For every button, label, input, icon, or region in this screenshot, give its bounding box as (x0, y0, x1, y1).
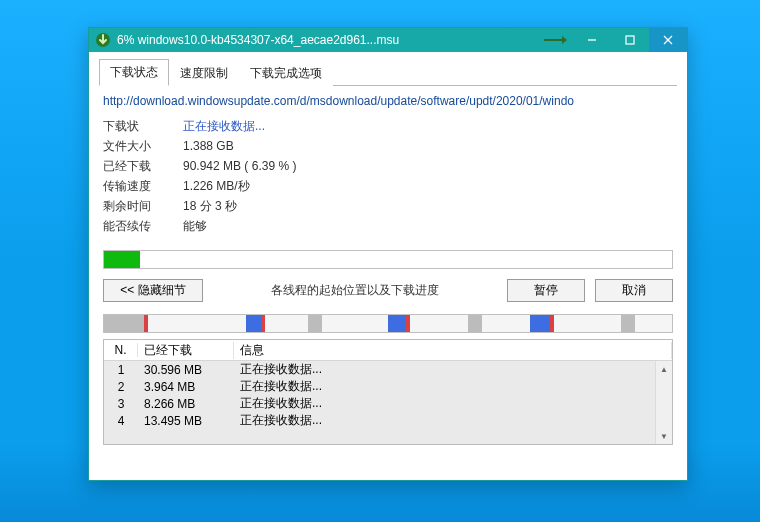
remain-label: 剩余时间 (103, 196, 183, 216)
segment (530, 315, 550, 332)
close-button[interactable] (649, 28, 687, 52)
tab-completion-options[interactable]: 下载完成选项 (239, 60, 333, 86)
thread-caption: 各线程的起始位置以及下载进度 (203, 282, 507, 299)
status-label: 下载状 (103, 116, 183, 136)
button-row: << 隐藏细节 各线程的起始位置以及下载进度 暂停 取消 (103, 279, 673, 302)
download-window: 6% windows10.0-kb4534307-x64_aecae2d961.… (88, 27, 688, 481)
hide-details-button[interactable]: << 隐藏细节 (103, 279, 203, 302)
segment (468, 315, 483, 332)
table-row[interactable]: 23.964 MB正在接收数据... (104, 378, 672, 395)
threads-table: N. 已经下载 信息 130.596 MB正在接收数据...23.964 MB正… (103, 339, 673, 445)
segment (550, 315, 554, 332)
info-table: 下载状正在接收数据... 文件大小1.388 GB 已经下载90.942 MB … (103, 116, 673, 236)
desktop: 6% windows10.0-kb4534307-x64_aecae2d961.… (0, 0, 760, 522)
progress-fill (104, 251, 140, 268)
segment (104, 315, 144, 332)
scroll-up-icon[interactable]: ▲ (656, 361, 672, 377)
segment (621, 315, 635, 332)
size-label: 文件大小 (103, 136, 183, 156)
cell-info: 正在接收数据... (234, 378, 672, 395)
col-header-n[interactable]: N. (104, 343, 138, 357)
table-row[interactable]: 38.266 MB正在接收数据... (104, 395, 672, 412)
table-row[interactable]: 413.495 MB正在接收数据... (104, 412, 672, 429)
tab-speed-limit[interactable]: 速度限制 (169, 60, 239, 86)
table-row[interactable]: 130.596 MB正在接收数据... (104, 361, 672, 378)
segment (406, 315, 410, 332)
svg-marker-2 (562, 36, 567, 44)
remain-value: 18 分 3 秒 (183, 196, 237, 216)
col-header-downloaded[interactable]: 已经下载 (138, 342, 234, 359)
status-value: 正在接收数据... (183, 116, 265, 136)
segment (308, 315, 322, 332)
threads-body: 130.596 MB正在接收数据...23.964 MB正在接收数据...38.… (104, 361, 672, 444)
size-value: 1.388 GB (183, 136, 234, 156)
svg-rect-4 (626, 36, 634, 44)
cell-n: 4 (104, 414, 138, 428)
progress-bar (103, 250, 673, 269)
downloaded-label: 已经下载 (103, 156, 183, 176)
pause-button[interactable]: 暂停 (507, 279, 585, 302)
cell-downloaded: 3.964 MB (138, 380, 234, 394)
cell-downloaded: 8.266 MB (138, 397, 234, 411)
download-url: http://download.windowsupdate.com/d/msdo… (103, 94, 673, 108)
tabs: 下载状态 速度限制 下载完成选项 (99, 60, 677, 86)
cell-info: 正在接收数据... (234, 395, 672, 412)
cell-info: 正在接收数据... (234, 412, 672, 429)
app-icon (95, 32, 111, 48)
segment-bar (103, 314, 673, 333)
cell-info: 正在接收数据... (234, 361, 672, 378)
cell-n: 3 (104, 397, 138, 411)
segment (246, 315, 261, 332)
minimize-button[interactable] (573, 28, 611, 52)
scroll-down-icon[interactable]: ▼ (656, 428, 672, 444)
col-header-info[interactable]: 信息 (234, 342, 672, 359)
segment (144, 315, 148, 332)
cell-downloaded: 13.495 MB (138, 414, 234, 428)
titlebar[interactable]: 6% windows10.0-kb4534307-x64_aecae2d961.… (89, 28, 687, 52)
maximize-button[interactable] (611, 28, 649, 52)
cell-n: 2 (104, 380, 138, 394)
window-title: 6% windows10.0-kb4534307-x64_aecae2d961.… (117, 28, 537, 52)
segment (261, 315, 265, 332)
window-controls (573, 28, 687, 52)
downloaded-value: 90.942 MB ( 6.39 % ) (183, 156, 296, 176)
segment (388, 315, 406, 332)
resume-label: 能否续传 (103, 216, 183, 236)
threads-header: N. 已经下载 信息 (104, 340, 672, 361)
threads-scrollbar[interactable]: ▲ ▼ (655, 361, 672, 444)
content-area: http://download.windowsupdate.com/d/msdo… (89, 86, 687, 236)
resume-value: 能够 (183, 216, 207, 236)
rate-value: 1.226 MB/秒 (183, 176, 250, 196)
cell-downloaded: 30.596 MB (138, 363, 234, 377)
tab-status[interactable]: 下载状态 (99, 59, 169, 86)
cancel-button[interactable]: 取消 (595, 279, 673, 302)
rate-label: 传输速度 (103, 176, 183, 196)
cell-n: 1 (104, 363, 138, 377)
titlebar-arrow-icon (537, 36, 573, 44)
